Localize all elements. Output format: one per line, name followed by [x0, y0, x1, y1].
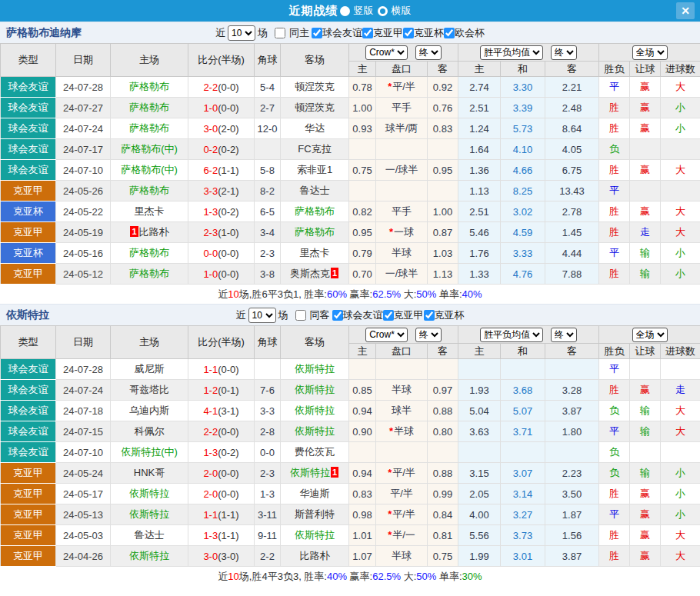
match-row: 球会友谊24-07-28威尼斯1-1(0-0)依斯特拉平	[1, 359, 700, 380]
col-header-type: 类型	[1, 44, 56, 77]
asian-home-odds: 0.94	[349, 401, 376, 421]
halftime-score: (0-0)	[218, 468, 238, 479]
europe-avg-select[interactable]: 胜平负均值	[480, 328, 543, 342]
goals-result	[661, 139, 700, 160]
away-team-cell: 依斯特拉	[281, 380, 349, 401]
europe-avg-select[interactable]: 胜平负均值	[480, 45, 543, 60]
winloss-result: 胜	[599, 160, 630, 181]
match-count-select[interactable]: 10	[228, 25, 255, 41]
page-title: 近期战绩	[289, 4, 338, 18]
odds-source-select[interactable]: Crow*	[365, 328, 408, 342]
handicap-result: 输	[630, 264, 661, 285]
euro-home-odds: 1.93	[458, 380, 501, 401]
league-filter[interactable]: 克亚杯	[403, 26, 444, 40]
league-badge: 克亚甲	[1, 546, 56, 567]
match-row: 克亚甲24-05-17依斯特拉2-0(0-0)1-3华迪斯0.83平/半0.99…	[1, 484, 700, 504]
league-checkbox[interactable]	[403, 28, 414, 38]
handicap-result: 赢	[630, 484, 661, 504]
league-checkbox[interactable]	[383, 310, 394, 321]
vertical-option-label[interactable]: 竖版	[354, 4, 374, 18]
league-checkbox[interactable]	[362, 28, 373, 38]
handicap-line	[376, 139, 428, 160]
odds-source-select[interactable]: Crow*	[365, 45, 408, 60]
close-button[interactable]: ✕	[676, 2, 695, 19]
near-label: 近	[236, 308, 246, 322]
league-checkbox[interactable]	[332, 310, 343, 321]
final-odds-select[interactable]: 终	[415, 328, 442, 342]
away-team-name: 索非亚1	[297, 164, 332, 175]
asian-away-odds	[428, 139, 458, 160]
away-team-cell: 索非亚1	[281, 160, 349, 181]
corner-cell: 3-8	[255, 264, 281, 285]
horizontal-option-label[interactable]: 横版	[392, 4, 412, 18]
scope-select[interactable]: 全场	[632, 328, 668, 342]
home-team-cell: 萨格勒布	[111, 118, 188, 139]
final-odds-select[interactable]: 终	[415, 45, 442, 60]
same-venue-checkbox[interactable]	[295, 310, 306, 321]
subcol-handicap-result: 让球	[630, 62, 661, 77]
home-team-cell: 依斯特拉(中)	[111, 442, 188, 463]
match-date: 24-05-24	[56, 463, 111, 484]
footer-stat-text: 60%	[327, 288, 347, 300]
fulltime-score: 1-0	[203, 102, 218, 114]
asian-home-odds: 0.85	[349, 380, 376, 401]
match-date: 24-07-10	[56, 442, 111, 463]
match-row: 球会友谊24-07-10萨格勒布(中)6-2(1-1)5-8索非亚10.75一/…	[1, 160, 700, 181]
league-filter[interactable]: 克亚甲	[362, 26, 403, 40]
league-checkbox[interactable]	[312, 28, 322, 38]
same-venue-checkbox[interactable]	[275, 28, 285, 38]
match-row: 克亚甲24-05-13依斯特拉1-1(1-1)3-11斯普利特0.98*平/半0…	[1, 504, 700, 525]
score-cell: 1-3(1-1)	[188, 525, 255, 546]
goals-result: 大	[661, 222, 700, 243]
stats-footer: 近10场,胜4平3负3, 胜率:40% 赢率:62.5% 大:50% 单率:30…	[0, 567, 700, 586]
horizontal-radio-unselected-icon[interactable]	[378, 6, 388, 16]
away-team-name: 依斯特拉	[295, 529, 335, 541]
handicap-line: *半/一	[376, 525, 428, 546]
subcol-euro-draw: 和	[501, 344, 545, 359]
home-team-name: 依斯特拉	[129, 488, 169, 499]
league-filter[interactable]: 球会友谊	[332, 308, 383, 322]
final-europe-select[interactable]: 终	[551, 45, 577, 60]
goals-result	[661, 359, 700, 380]
handicap-result	[630, 139, 661, 160]
euro-draw-odds: 3.68	[501, 380, 545, 401]
corner-cell: 5-4	[255, 77, 281, 98]
home-team-name: 萨格勒布	[129, 247, 169, 258]
vertical-radio-selected-icon[interactable]	[340, 6, 350, 16]
col-header-corner: 角球	[255, 326, 281, 359]
subcol-handicap: 盘口	[376, 62, 428, 77]
subcol-winloss: 胜负	[599, 62, 630, 77]
final-europe-select[interactable]: 终	[551, 328, 577, 342]
away-team-name: 华达	[305, 122, 325, 134]
league-checkbox[interactable]	[444, 28, 455, 38]
euro-away-odds: 2.21	[545, 77, 599, 98]
score-cell: 1-3(0-2)	[188, 201, 255, 222]
league-badge: 球会友谊	[1, 98, 56, 118]
euro-draw-odds: 4.76	[501, 264, 545, 285]
fulltime-score: 1-3	[203, 530, 218, 541]
away-team-name: 斯普利特	[295, 508, 335, 520]
handicap-result: 输	[630, 421, 661, 442]
asian-home-odds: 0.93	[349, 118, 376, 139]
winloss-result: 平	[599, 77, 630, 98]
away-team-cell: FC克拉	[281, 139, 349, 160]
asian-home-odds: 1.07	[349, 546, 376, 567]
league-filter[interactable]: 欧会杯	[444, 26, 485, 40]
stats-footer: 近10场,胜6平3负1, 胜率:60% 赢率:62.5% 大:50% 单率:40…	[0, 285, 700, 304]
match-count-select[interactable]: 10	[248, 308, 276, 323]
league-filter[interactable]: 克亚甲	[383, 308, 424, 322]
home-team-name: 科佩尔	[135, 425, 165, 437]
league-checkbox[interactable]	[424, 310, 435, 321]
goals-result	[661, 181, 700, 201]
handicap-text: 半球	[392, 247, 412, 258]
asian-away-odds: 0.88	[428, 401, 458, 421]
league-filter[interactable]: 球会友谊	[312, 26, 362, 40]
scope-select[interactable]: 全场	[632, 45, 668, 60]
league-filter[interactable]: 克亚杯	[424, 308, 465, 322]
footer-stat-text: 场,胜6平3负1, 胜率:	[239, 288, 327, 300]
footer-stat-text: 40%	[327, 571, 347, 582]
away-team-name: 费伦茨瓦	[295, 446, 335, 458]
euro-home-odds: 1.76	[458, 243, 501, 264]
corner-cell: 7-6	[255, 380, 281, 401]
home-team-name: 依斯特拉	[129, 508, 169, 520]
